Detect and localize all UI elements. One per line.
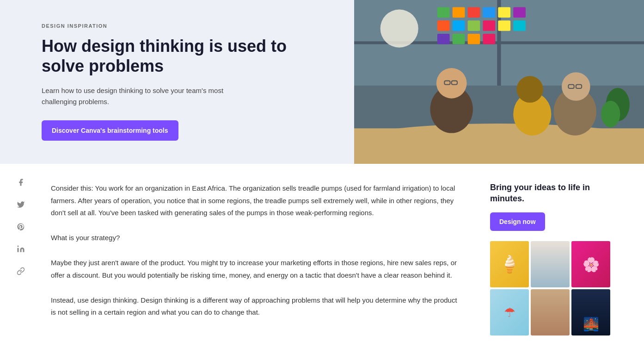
meeting-scene-image: [354, 0, 644, 164]
hero-content: DESIGN INSPIRATION How design thinking i…: [0, 0, 354, 164]
svg-rect-12: [468, 20, 480, 31]
svg-rect-19: [483, 34, 496, 44]
grid-image-icecream: [490, 241, 529, 287]
sidebar-cta-card: Bring your ideas to life in minutes. Des…: [490, 178, 610, 340]
svg-rect-4: [437, 7, 450, 18]
social-sidebar: [0, 164, 42, 354]
svg-point-27: [517, 76, 544, 103]
facebook-icon[interactable]: [16, 178, 25, 187]
right-sidebar: Bring your ideas to life in minutes. Des…: [485, 164, 619, 354]
sidebar-image-grid: [490, 241, 610, 335]
svg-rect-9: [513, 7, 526, 18]
svg-rect-16: [437, 34, 450, 44]
svg-rect-5: [453, 7, 465, 18]
article-paragraph-4: Instead, use design thinking. Design thi…: [51, 294, 458, 319]
article-paragraph-1: Consider this: You work for an organizat…: [51, 182, 458, 219]
article-paragraph-2: What is your strategy?: [51, 232, 458, 244]
svg-rect-15: [513, 20, 526, 31]
article-body: Consider this: You work for an organizat…: [42, 164, 485, 354]
grid-image-city: [571, 289, 610, 335]
grid-image-umbrellas: [490, 289, 529, 335]
twitter-icon[interactable]: [16, 200, 25, 209]
article-paragraph-3: Maybe they just aren't aware of the prod…: [51, 257, 458, 281]
svg-rect-8: [498, 7, 511, 18]
design-now-button[interactable]: Design now: [490, 212, 545, 231]
pinterest-icon[interactable]: [16, 222, 25, 231]
svg-rect-18: [468, 34, 480, 44]
hero-tag: DESIGN INSPIRATION: [42, 23, 326, 29]
svg-rect-17: [453, 34, 465, 44]
grid-image-woman: [531, 241, 570, 287]
svg-rect-7: [483, 7, 496, 18]
svg-point-32: [380, 10, 418, 48]
hero-description: Learn how to use design thinking to solv…: [42, 85, 250, 107]
copy-link-icon[interactable]: [16, 267, 25, 276]
hero-section: DESIGN INSPIRATION How design thinking i…: [0, 0, 644, 164]
svg-point-34: [601, 101, 620, 128]
svg-point-35: [18, 246, 19, 247]
linkedin-icon[interactable]: [16, 244, 25, 254]
hero-image: [354, 0, 644, 164]
discover-brainstorming-button[interactable]: Discover Canva's brainstorming tools: [42, 120, 178, 141]
sidebar-card-title: Bring your ideas to life in minutes.: [490, 182, 610, 204]
svg-rect-21: [354, 128, 644, 164]
hero-title: How design thinking is used to solve pro…: [42, 36, 326, 76]
svg-rect-6: [468, 7, 480, 18]
grid-image-person: [531, 289, 570, 335]
main-content: Consider this: You work for an organizat…: [0, 164, 644, 354]
svg-rect-10: [437, 20, 450, 31]
svg-rect-14: [498, 20, 511, 31]
svg-rect-11: [453, 20, 465, 31]
grid-image-flower: [571, 241, 610, 287]
svg-rect-13: [483, 20, 496, 31]
